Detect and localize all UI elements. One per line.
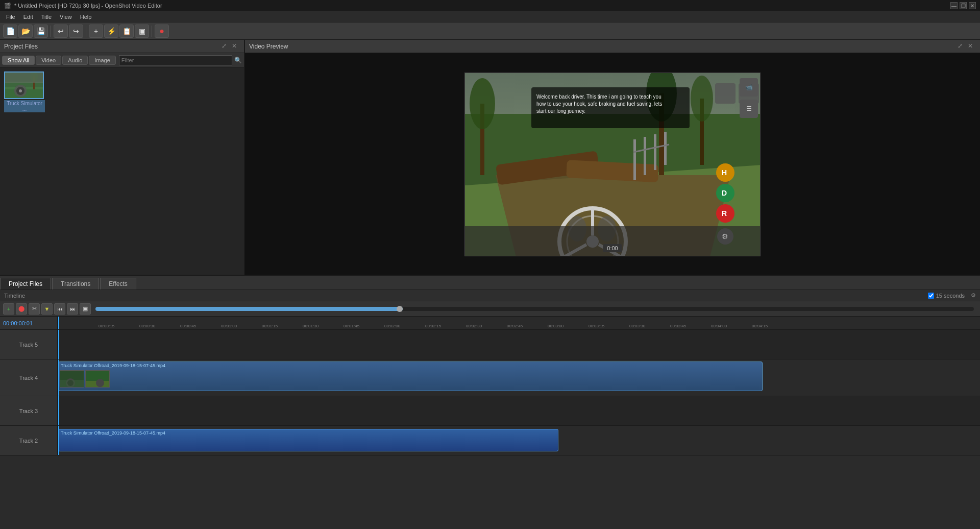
- menu-btn[interactable]: ☰: [740, 100, 758, 118]
- window-title: * Untitled Project [HD 720p 30 fps] - Op…: [14, 3, 162, 9]
- toolbar-sep-2: [86, 26, 86, 37]
- left-panel: Project Files ⤢ ✕ Show All Video Audio I…: [0, 40, 245, 294]
- track-2-clip[interactable]: Truck Simulator Offroad_2019-09-18-15-07…: [58, 429, 558, 451]
- svg-rect-35: [531, 87, 690, 128]
- ruler-row: 00:00:00:01 00:00:15 00:00:30 00:00:45 0…: [0, 317, 980, 330]
- clip-label: Truck Simulator Offroad_2019-09-18-15-07…: [59, 362, 762, 369]
- titlebar-controls[interactable]: — ❐ ✕: [950, 2, 976, 9]
- svg-rect-23: [654, 134, 656, 170]
- seconds-label: 15 seconds ⚙: [928, 292, 976, 299]
- track-4-playhead: [58, 359, 59, 396]
- track-2-clip-label: Truck Simulator Offroad_2019-09-18-15-07…: [59, 429, 558, 437]
- redo-btn[interactable]: ↪: [69, 25, 83, 38]
- prev-marker-btn[interactable]: ⏮: [54, 303, 65, 315]
- snap-btn[interactable]: ▼: [41, 303, 53, 315]
- svg-text:⚙: ⚙: [722, 232, 728, 241]
- file-thumb-truck[interactable]: Truck Simulator ...: [4, 71, 45, 112]
- main-area: Project Files ⤢ ✕ Show All Video Audio I…: [0, 40, 980, 294]
- preview-close-icon[interactable]: ✕: [968, 42, 976, 51]
- add-track-btn[interactable]: +: [89, 25, 103, 38]
- menu-title[interactable]: Title: [37, 13, 56, 21]
- import-btn[interactable]: 📋: [119, 25, 134, 38]
- track-2-content[interactable]: Truck Simulator Offroad_2019-09-18-15-07…: [58, 426, 980, 455]
- timecode-display: 0:00: [603, 245, 622, 252]
- settings-icon[interactable]: ⚙: [971, 292, 976, 299]
- close-btn[interactable]: ✕: [969, 2, 976, 9]
- new-project-btn[interactable]: 📄: [3, 25, 17, 38]
- clip-thumbnails: [59, 369, 762, 389]
- tab-effects[interactable]: Effects: [100, 278, 136, 290]
- preview-header-icons: ⤢ ✕: [958, 42, 976, 51]
- svg-point-18: [691, 76, 713, 122]
- next-marker-btn[interactable]: ⏭: [67, 303, 78, 315]
- track-4-clip[interactable]: Truck Simulator Offroad_2019-09-18-15-07…: [58, 362, 763, 391]
- files-area: Truck Simulator ...: [0, 67, 244, 294]
- current-time-display: 00:00:00:01: [0, 317, 58, 329]
- track-2-label: Track 2: [0, 426, 58, 455]
- timeline-progress[interactable]: [95, 307, 974, 311]
- ruler: 00:00:15 00:00:30 00:00:45 00:01:00 00:0…: [58, 317, 980, 329]
- menu-edit[interactable]: Edit: [19, 13, 37, 21]
- thumb-svg-2: [86, 371, 110, 388]
- track-2-playhead: [58, 426, 59, 455]
- expand-icon[interactable]: ⤢: [222, 42, 230, 51]
- timeline-header: Timeline 15 seconds ⚙: [0, 290, 980, 301]
- seconds-checkbox[interactable]: [928, 293, 934, 299]
- playhead-ruler: [58, 317, 59, 329]
- track-3-playhead: [58, 396, 59, 425]
- split-btn[interactable]: ✂: [29, 303, 40, 315]
- svg-text:start our long journey.: start our long journey.: [536, 108, 585, 114]
- menu-help[interactable]: Help: [76, 13, 96, 21]
- export-btn[interactable]: ▣: [135, 25, 149, 38]
- tab-image[interactable]: Image: [89, 56, 116, 65]
- project-files-icons: ⤢ ✕: [222, 42, 240, 51]
- project-files-title: Project Files: [4, 43, 38, 50]
- ui-sidebar-controls: 📹 ☰: [740, 78, 758, 118]
- maximize-btn[interactable]: ❐: [960, 2, 967, 9]
- toolbar: 📄 📂 💾 ↩ ↪ + ⚡ 📋 ▣ ●: [0, 22, 980, 40]
- tab-transitions[interactable]: Transitions: [52, 278, 99, 290]
- tab-show-all[interactable]: Show All: [2, 56, 35, 65]
- table-row: Track 2 Truck Simulator Offroad_2019-09-…: [0, 426, 980, 455]
- table-row: Track 5: [0, 330, 980, 359]
- preview-title: Video Preview: [249, 43, 288, 50]
- camera-btn[interactable]: 📹: [740, 78, 758, 97]
- ruler-marks: 00:00:15 00:00:30 00:00:45 00:01:00 00:0…: [58, 317, 980, 329]
- close-panel-icon[interactable]: ✕: [232, 42, 240, 51]
- track-5-content[interactable]: [58, 330, 980, 359]
- menu-view[interactable]: View: [56, 13, 76, 21]
- undo-btn[interactable]: ↩: [54, 25, 68, 38]
- preview-expand-icon[interactable]: ⤢: [958, 42, 966, 51]
- remove-clip-btn[interactable]: ⬤: [16, 303, 27, 315]
- filter-icon: 🔍: [234, 57, 242, 64]
- file-name-label: Truck Simulator ...: [4, 100, 45, 112]
- track-3-content[interactable]: [58, 396, 980, 425]
- titlebar: 🎬 * Untitled Project [HD 720p 30 fps] - …: [0, 0, 980, 11]
- menubar: File Edit Title View Help: [0, 11, 980, 22]
- center-btn[interactable]: ▣: [80, 303, 91, 315]
- record-btn[interactable]: ●: [155, 25, 169, 38]
- svg-rect-24: [664, 132, 667, 165]
- enable-btn[interactable]: ⚡: [104, 25, 118, 38]
- track-4-label: Track 4: [0, 359, 58, 396]
- bottom-panel: Project Files Transitions Effects Timeli…: [0, 275, 980, 529]
- minimize-btn[interactable]: —: [950, 2, 958, 9]
- track-4-content[interactable]: Truck Simulator Offroad_2019-09-18-15-07…: [58, 359, 980, 396]
- filter-input[interactable]: [119, 55, 232, 65]
- tab-audio[interactable]: Audio: [62, 56, 88, 65]
- timeline-title: Timeline: [4, 293, 25, 299]
- tab-project-files[interactable]: Project Files: [0, 278, 51, 290]
- open-btn[interactable]: 📂: [18, 25, 33, 38]
- menu-file[interactable]: File: [2, 13, 19, 21]
- svg-text:Welcome back driver. This time: Welcome back driver. This time i am goin…: [536, 94, 662, 100]
- timeline-scrubber[interactable]: [397, 306, 403, 312]
- add-clip-btn[interactable]: +: [3, 303, 14, 315]
- svg-text:H: H: [722, 169, 727, 177]
- save-btn[interactable]: 💾: [34, 25, 48, 38]
- tracks-container: Track 5 Track 4 Truck Simulator Offroad_…: [0, 330, 980, 529]
- titlebar-left: 🎬 * Untitled Project [HD 720p 30 fps] - …: [4, 3, 162, 9]
- tab-video[interactable]: Video: [36, 56, 61, 65]
- video-frame: Welcome back driver. This time i am goin…: [464, 73, 761, 256]
- svg-rect-39: [715, 83, 736, 104]
- filter-bar: 🔍: [119, 55, 242, 65]
